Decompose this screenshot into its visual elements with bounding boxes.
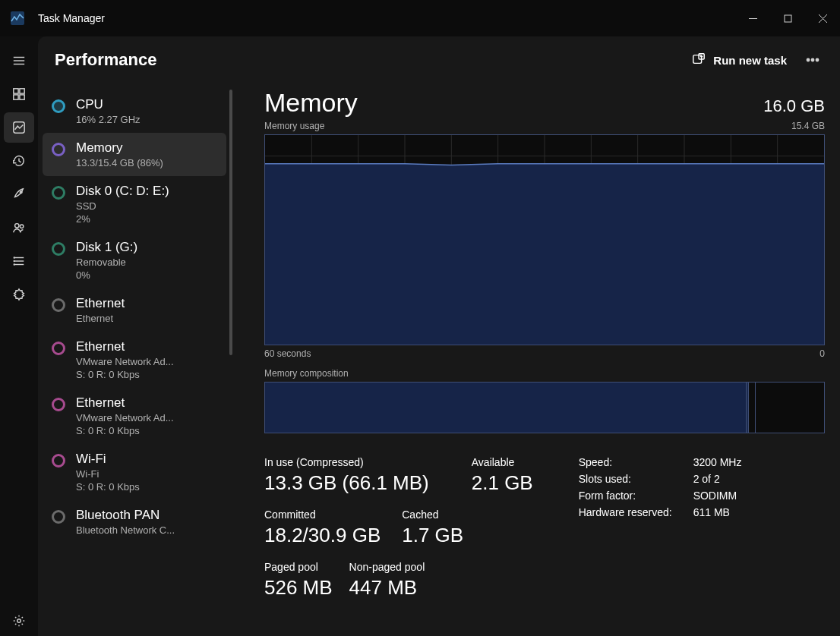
x-axis-left: 60 seconds [264,348,311,359]
svg-point-19 [14,257,14,258]
sidebar-item-sub2: S: 0 R: 0 Kbps [76,369,174,380]
settings-icon[interactable] [4,606,34,636]
sidebar-item-sub: VMware Network Ad... [76,412,174,423]
sidebar-item-sub: SSD [76,200,169,212]
run-task-label: Run new task [713,54,787,67]
usage-chart-max: 15.4 GB [791,121,825,131]
sidebar-item-wi-fi[interactable]: Wi-FiWi-FiS: 0 R: 0 Kbps [43,444,226,500]
sidebar-item-cpu[interactable]: CPU16% 2.27 GHz [43,90,226,133]
sidebar-item-ethernet[interactable]: EthernetVMware Network Ad...S: 0 R: 0 Kb… [43,332,226,388]
sidebar-item-sub2: 0% [76,269,137,281]
sidebar-item-sub: Removable [76,257,137,268]
composition-standby [749,383,755,433]
sidebar-item-title: Bluetooth PAN [76,508,175,523]
speed-v: 3200 MHz [693,456,742,468]
nonpaged-label: Non-paged pool [349,561,425,573]
sidebar-item-sub: Ethernet [76,313,125,324]
status-ring-icon [52,186,65,200]
svg-rect-11 [20,95,24,99]
sidebar-item-disk-0-c-d-e-[interactable]: Disk 0 (C: D: E:)SSD2% [43,176,226,232]
svg-point-27 [807,58,809,61]
sidebar-item-sub: VMware Network Ad... [76,356,174,367]
hamburger-button[interactable] [4,46,34,76]
nav-performance-icon[interactable] [4,112,34,143]
memory-usage-chart [264,134,825,345]
sidebar-item-sub: Bluetooth Network C... [76,524,175,536]
performance-sidebar: CPU16% 2.27 GHzMemory13.3/15.4 GB (86%)D… [38,83,234,636]
window-controls [735,0,840,36]
committed-label: Committed [264,508,381,521]
sidebar-item-title: Disk 1 (G:) [76,240,137,255]
form-v: SODIMM [693,490,742,502]
nonpaged-value: 447 MB [349,576,425,600]
sidebar-item-sub2: S: 0 R: 0 Kbps [76,481,140,493]
paged-label: Paged pool [264,561,333,573]
run-new-task-button[interactable]: Run new task [684,48,794,73]
hwres-k: Hardware reserved: [579,506,672,518]
committed-value: 18.2/30.9 GB [264,524,381,547]
nav-startup-icon[interactable] [4,179,34,209]
sidebar-item-sub2: S: 0 R: 0 Kbps [76,425,174,436]
sidebar-item-bluetooth-pan[interactable]: Bluetooth PANBluetooth Network C... [43,500,226,543]
composition-label: Memory composition [264,368,349,379]
detail-title: Memory [264,88,358,118]
sidebar-item-title: Ethernet [76,395,174,411]
available-label: Available [472,456,533,468]
memory-specs: Speed: 3200 MHz Slots used: 2 of 2 Form … [579,456,742,600]
svg-point-14 [15,224,19,228]
paged-value: 526 MB [264,576,333,600]
sidebar-item-ethernet[interactable]: EthernetEthernet [43,288,226,332]
composition-in-use [265,383,747,433]
status-ring-icon [52,454,65,468]
svg-point-29 [816,58,818,61]
usage-chart-label: Memory usage [264,121,324,131]
sidebar-item-title: Disk 0 (C: D: E:) [76,184,169,199]
svg-point-15 [20,225,24,228]
sidebar-scrollbar[interactable] [229,90,232,355]
sidebar-item-ethernet[interactable]: EthernetVMware Network Ad...S: 0 R: 0 Kb… [43,388,226,444]
sidebar-item-sub2: 2% [76,213,169,225]
slots-k: Slots used: [579,473,672,485]
cached-label: Cached [402,508,463,521]
sidebar-item-title: Wi-Fi [76,452,140,467]
sidebar-item-title: Memory [76,140,163,156]
in-use-value: 13.3 GB (66.1 MB) [264,471,429,495]
status-ring-icon [52,510,65,524]
slots-v: 2 of 2 [693,473,742,485]
sidebar-item-title: CPU [76,97,141,112]
hwres-v: 611 MB [693,506,742,518]
page-header: Performance Run new task [38,36,840,83]
svg-point-20 [14,261,14,262]
run-task-icon [692,52,706,68]
svg-point-28 [811,58,813,61]
nav-users-icon[interactable] [4,213,34,243]
sidebar-item-sub: 16% 2.27 GHz [76,114,141,125]
svg-point-21 [14,264,14,265]
more-options-button[interactable] [801,48,825,72]
status-ring-icon [52,143,65,156]
minimize-button[interactable] [735,0,770,36]
in-use-label: In use (Compressed) [264,456,429,468]
app-title: Task Manager [38,12,105,24]
memory-detail: Memory 16.0 GB Memory usage 15.4 GB 60 s… [234,83,840,636]
sidebar-item-memory[interactable]: Memory13.3/15.4 GB (86%) [43,133,226,176]
maximize-button[interactable] [770,0,805,36]
status-ring-icon [52,342,65,355]
nav-services-icon[interactable] [4,279,34,310]
status-ring-icon [52,242,65,256]
page-title: Performance [55,50,157,70]
svg-rect-10 [14,95,18,99]
speed-k: Speed: [579,456,672,468]
svg-rect-8 [14,89,18,93]
status-ring-icon [52,398,65,411]
composition-free [756,383,824,433]
close-button[interactable] [805,0,840,36]
svg-rect-9 [20,89,24,93]
nav-history-icon[interactable] [4,146,34,176]
sidebar-item-title: Ethernet [76,339,174,354]
sidebar-item-disk-1-g-[interactable]: Disk 1 (G:)Removable0% [43,232,226,288]
nav-processes-icon[interactable] [4,79,34,109]
titlebar: Task Manager [0,0,840,36]
status-ring-icon [52,99,65,113]
nav-details-icon[interactable] [4,246,34,276]
